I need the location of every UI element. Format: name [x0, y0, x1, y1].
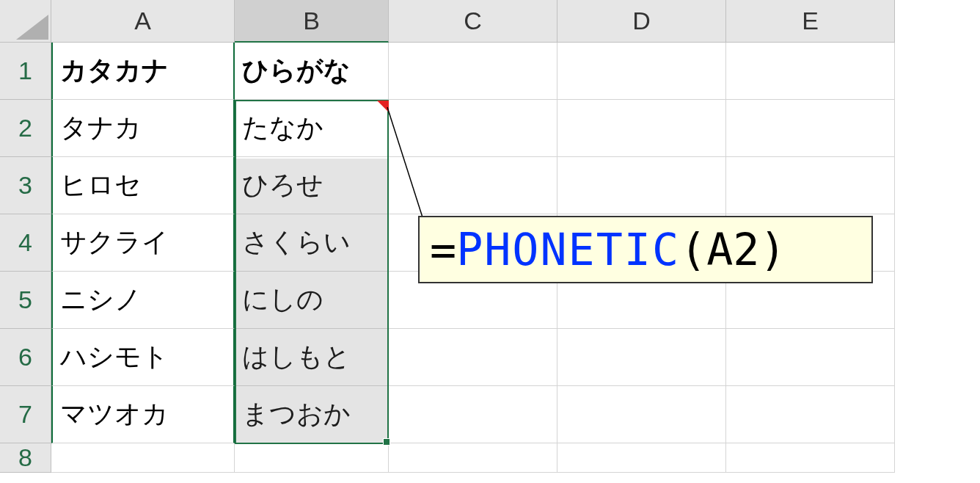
cell-A5[interactable]: ニシノ	[51, 272, 235, 329]
cell-D3[interactable]	[557, 157, 726, 214]
comment-indicator-icon[interactable]	[377, 101, 389, 112]
cell-D8[interactable]	[557, 443, 726, 473]
cell-A4[interactable]: サクライ	[51, 214, 235, 272]
cell-C8[interactable]	[389, 443, 557, 473]
formula-equals: =	[430, 224, 456, 275]
cell-B1[interactable]: ひらがな	[235, 43, 389, 100]
row-header-4[interactable]: 4	[0, 214, 51, 272]
row-header-3[interactable]: 3	[0, 157, 51, 214]
formula-open-paren: (	[680, 224, 706, 275]
row-header-6[interactable]: 6	[0, 329, 51, 386]
col-header-C[interactable]: C	[389, 0, 557, 43]
cell-B2[interactable]: たなか	[235, 100, 389, 157]
cell-D6[interactable]	[557, 329, 726, 386]
cell-B4[interactable]: さくらい	[235, 214, 389, 272]
col-header-D[interactable]: D	[557, 0, 726, 43]
row-header-7[interactable]: 7	[0, 386, 51, 443]
cell-C6[interactable]	[389, 329, 557, 386]
cell-C3[interactable]	[389, 157, 557, 214]
cell-E2[interactable]	[726, 100, 895, 157]
cell-A1[interactable]: カタカナ	[51, 43, 235, 100]
cell-B8[interactable]	[235, 443, 389, 473]
cell-C1[interactable]	[389, 43, 557, 100]
row-header-5[interactable]: 5	[0, 272, 51, 329]
row-header-1[interactable]: 1	[0, 43, 51, 100]
cell-E3[interactable]	[726, 157, 895, 214]
formula-function-name: PHONETIC	[456, 224, 680, 275]
col-header-E[interactable]: E	[726, 0, 895, 43]
cell-E1[interactable]	[726, 43, 895, 100]
col-header-B[interactable]: B	[235, 0, 389, 43]
cell-A3[interactable]: ヒロセ	[51, 157, 235, 214]
cell-D7[interactable]	[557, 386, 726, 443]
cell-A7[interactable]: マツオカ	[51, 386, 235, 443]
cell-C7[interactable]	[389, 386, 557, 443]
col-header-A[interactable]: A	[51, 0, 235, 43]
cell-B5[interactable]: にしの	[235, 272, 389, 329]
cell-D2[interactable]	[557, 100, 726, 157]
formula-callout: = PHONETIC ( A2 )	[418, 216, 873, 283]
row-header-8[interactable]: 8	[0, 443, 51, 473]
cell-A2[interactable]: タナカ	[51, 100, 235, 157]
select-all-corner[interactable]	[0, 0, 51, 43]
cell-B6[interactable]: はしもと	[235, 329, 389, 386]
cell-C2[interactable]	[389, 100, 557, 157]
cell-B3[interactable]: ひろせ	[235, 157, 389, 214]
formula-cell-ref: A2	[706, 224, 759, 275]
cell-E7[interactable]	[726, 386, 895, 443]
cell-A8[interactable]	[51, 443, 235, 473]
cell-B7[interactable]: まつおか	[235, 386, 389, 443]
cell-E8[interactable]	[726, 443, 895, 473]
row-header-2[interactable]: 2	[0, 100, 51, 157]
cell-E6[interactable]	[726, 329, 895, 386]
cell-A6[interactable]: ハシモト	[51, 329, 235, 386]
formula-close-paren: )	[759, 224, 786, 275]
cell-D1[interactable]	[557, 43, 726, 100]
